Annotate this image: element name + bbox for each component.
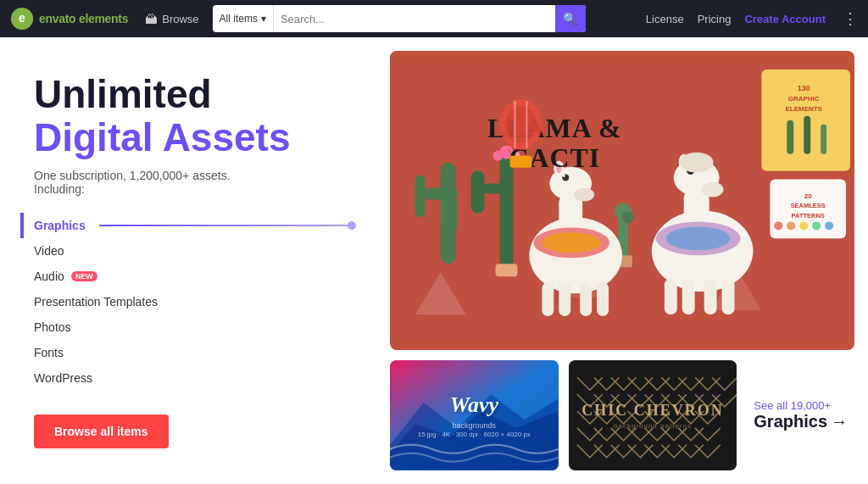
search-input-wrap [274, 5, 555, 32]
svg-rect-48 [704, 279, 717, 314]
svg-text:GRAPHIC: GRAPHIC [788, 95, 820, 103]
search-icon: 🔍 [563, 12, 577, 25]
svg-rect-12 [471, 171, 485, 214]
search-filter-dropdown[interactable]: All items ▾ [213, 5, 274, 32]
left-panel: Unlimited Digital Assets One subscriptio… [0, 37, 390, 484]
svg-point-19 [622, 211, 634, 223]
svg-text:ELEMENTS: ELEMENTS [786, 105, 822, 113]
hero-subtitle: One subscription, 1,200,000+ assets. Inc… [34, 169, 356, 196]
svg-point-66 [812, 221, 821, 230]
see-all-count: See all 19,000+ [754, 399, 848, 412]
svg-text:130: 130 [798, 84, 810, 92]
category-label-fonts: Fonts [34, 346, 64, 359]
main-content: Unlimited Digital Assets One subscriptio… [0, 37, 868, 484]
svg-text:e: e [19, 11, 25, 25]
svg-rect-56 [787, 120, 793, 154]
hero-title-line1: Unlimited [34, 73, 356, 116]
more-options-icon[interactable]: ⋮ [843, 9, 858, 28]
search-filter-label: All items [220, 13, 258, 25]
see-all-label-wrap: Graphics → [754, 412, 848, 431]
svg-rect-8 [415, 175, 426, 218]
svg-rect-9 [448, 197, 458, 231]
browse-nav[interactable]: 🏔 Browse [138, 8, 205, 30]
category-item-fonts[interactable]: Fonts [34, 340, 356, 365]
wavy-title: Wavy [418, 392, 531, 418]
svg-rect-11 [483, 184, 514, 194]
create-account-link[interactable]: Create Account [744, 13, 826, 25]
bottom-thumbnails: Wavy backgrounds 15 jpg · 4K · 300 dpi ·… [390, 360, 854, 470]
search-button[interactable]: 🔍 [555, 5, 586, 32]
wavy-subtitle: backgrounds 15 jpg · 4K · 300 dpi · 6020… [418, 421, 531, 438]
category-label-wordpress: WordPress [34, 371, 92, 385]
arrow-right-icon: → [831, 412, 848, 431]
svg-rect-34 [597, 282, 609, 316]
svg-point-65 [799, 221, 808, 230]
svg-point-63 [774, 221, 782, 230]
nav-links: License Pricing Create Account ⋮ [646, 9, 858, 28]
svg-text:20: 20 [804, 192, 812, 200]
hero-main-image: LLAMA & CACTI 130 GRAPHIC ELEMENTS 20 SE… [390, 51, 854, 350]
svg-text:PATTERNS: PATTERNS [792, 212, 825, 220]
category-label-audio: Audio [34, 270, 64, 283]
category-item-graphics[interactable]: Graphics [34, 213, 356, 238]
svg-rect-32 [559, 282, 570, 316]
active-indicator [99, 225, 356, 226]
svg-rect-33 [580, 282, 592, 316]
logo[interactable]: e envato elements [10, 7, 128, 31]
browse-all-button[interactable]: Browse all items [34, 414, 169, 448]
chevron-subtitle: background patterns [581, 422, 724, 430]
category-item-video[interactable]: Video [34, 238, 356, 264]
svg-rect-31 [542, 282, 554, 316]
license-link[interactable]: License [646, 13, 684, 25]
category-item-presentations[interactable]: Presentation Templates [34, 289, 356, 314]
thumb-chevron[interactable]: CHIC CHEVRON background patterns [569, 360, 737, 470]
search-bar: All items ▾ 🔍 [213, 5, 586, 32]
logo-text: envato elements [39, 12, 128, 25]
chevron-down-icon: ▾ [261, 13, 266, 25]
svg-rect-72 [509, 156, 531, 168]
category-item-audio[interactable]: Audio NEW [34, 264, 356, 289]
category-label-video: Video [34, 244, 64, 258]
svg-point-24 [574, 188, 594, 202]
svg-rect-49 [722, 279, 735, 314]
new-badge: NEW [71, 271, 97, 281]
svg-point-38 [702, 182, 724, 197]
pricing-link[interactable]: Pricing [698, 13, 732, 25]
category-list: Graphics Video Audio NEW Presentation Te… [34, 213, 356, 391]
search-input[interactable] [274, 13, 555, 25]
svg-point-45 [666, 226, 731, 250]
category-label-graphics: Graphics [34, 219, 86, 232]
svg-point-43 [680, 153, 714, 173]
see-all-box[interactable]: See all 19,000+ Graphics → [747, 360, 854, 470]
chevron-content: CHIC CHEVRON background patterns [581, 402, 724, 430]
see-all-category: Graphics [754, 412, 827, 431]
envato-logo-icon: e [10, 7, 34, 31]
navbar: e envato elements 🏔 Browse All items ▾ 🔍… [0, 0, 868, 37]
svg-point-26 [563, 175, 565, 177]
browse-label: Browse [162, 13, 198, 25]
svg-point-69 [506, 106, 537, 143]
svg-point-67 [825, 221, 833, 230]
svg-rect-46 [665, 279, 677, 314]
svg-rect-57 [804, 116, 810, 154]
wavy-content: Wavy backgrounds 15 jpg · 4K · 300 dpi ·… [418, 392, 531, 438]
category-item-wordpress[interactable]: WordPress [34, 365, 356, 391]
browse-icon: 🏔 [145, 12, 158, 26]
svg-point-30 [542, 232, 601, 253]
hero-title-line2: Digital Assets [34, 116, 356, 159]
thumb-wavy[interactable]: Wavy backgrounds 15 jpg · 4K · 300 dpi ·… [390, 360, 559, 470]
svg-point-14 [493, 151, 504, 161]
svg-rect-16 [496, 264, 518, 276]
category-item-photos[interactable]: Photos [34, 314, 356, 340]
right-panel: LLAMA & CACTI 130 GRAPHIC ELEMENTS 20 SE… [390, 37, 868, 484]
svg-text:SEAMLESS: SEAMLESS [791, 202, 826, 209]
svg-rect-47 [682, 279, 695, 314]
llama-cacti-illustration: LLAMA & CACTI 130 GRAPHIC ELEMENTS 20 SE… [390, 51, 854, 350]
svg-rect-58 [821, 125, 826, 154]
chevron-title: CHIC CHEVRON [581, 402, 724, 420]
category-label-photos: Photos [34, 320, 71, 334]
category-label-presentations: Presentation Templates [34, 295, 158, 309]
svg-point-64 [787, 221, 795, 230]
